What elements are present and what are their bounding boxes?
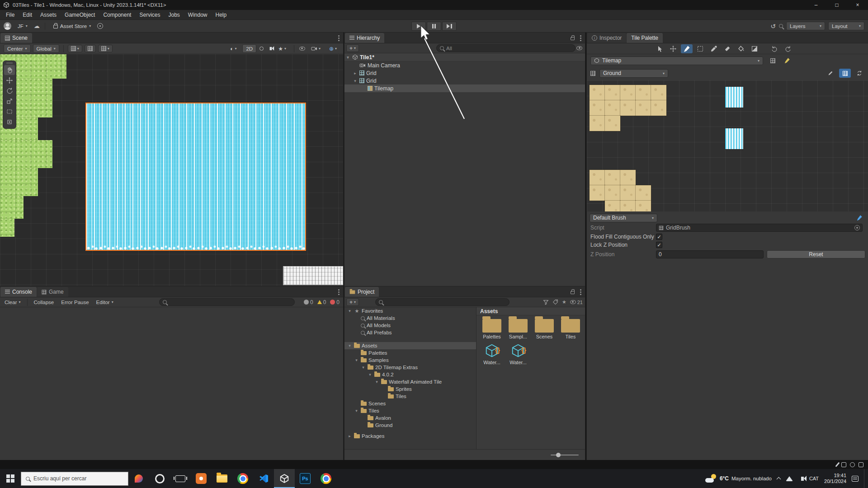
snap-settings-icon[interactable]: ▾: [98, 45, 113, 52]
tab-tile-palette[interactable]: Tile Palette: [627, 33, 663, 43]
palette-tile-sand[interactable]: [605, 170, 620, 185]
asset-store-button[interactable]: Asset Store▾: [50, 22, 94, 30]
rotate-right-icon[interactable]: [782, 44, 794, 53]
chevron-right-icon[interactable]: ▸: [353, 71, 358, 75]
console-search-input[interactable]: [159, 298, 295, 306]
project-tree-item[interactable]: Scenes: [344, 400, 476, 407]
console-options-icon[interactable]: [338, 291, 340, 293]
edit-palette-icon[interactable]: [781, 56, 793, 65]
chevron-down-icon[interactable]: ▾: [361, 365, 366, 370]
menu-help[interactable]: Help: [212, 10, 231, 19]
tab-inspector[interactable]: Inspector: [587, 33, 626, 43]
ring-app-icon[interactable]: [149, 469, 170, 488]
waterfall-tilemap-selection[interactable]: [85, 103, 306, 251]
object-picker-icon[interactable]: [854, 225, 860, 230]
palette-tile-sand[interactable]: [620, 85, 636, 100]
project-tree-item[interactable]: ▾4.0.2: [344, 371, 476, 378]
snap-icon[interactable]: [85, 45, 96, 52]
task-view-icon[interactable]: [170, 469, 191, 488]
hidden-packages-count[interactable]: 21: [570, 300, 583, 305]
palette-grid[interactable]: [587, 80, 868, 211]
vscode-icon[interactable]: [253, 469, 274, 488]
volume-icon[interactable]: [798, 477, 804, 481]
palette-tile-sand[interactable]: [620, 170, 636, 185]
overlay-drag-handle[interactable]: [6, 62, 13, 64]
edit-pencil-icon[interactable]: [825, 69, 836, 78]
target-icon[interactable]: [97, 23, 103, 29]
active-tilemap-dropdown[interactable]: Tilemap▾: [590, 56, 763, 65]
palette-tile-sand[interactable]: [605, 185, 620, 201]
project-tree-item[interactable]: ▾Waterfall Animated Tile: [344, 378, 476, 385]
brush-dropdown[interactable]: Default Brush▾: [590, 214, 657, 222]
tray-expand-chevron-icon[interactable]: [777, 476, 780, 481]
palette-tile-sand[interactable]: [605, 116, 620, 131]
chrome-profile-icon[interactable]: [316, 469, 336, 488]
search-icon[interactable]: [779, 24, 783, 28]
menu-file[interactable]: File: [2, 10, 19, 19]
language-indicator[interactable]: CAT: [809, 476, 819, 481]
palette-tile-water[interactable]: [725, 87, 743, 108]
step-button[interactable]: [442, 22, 457, 31]
scene-visibility-icon[interactable]: [299, 47, 305, 51]
error-count-badge[interactable]: 0: [330, 299, 340, 305]
palette-tile-sand[interactable]: [636, 201, 651, 211]
chevron-right-icon[interactable]: ▸: [347, 434, 352, 438]
hierarchy-search-input[interactable]: All: [436, 44, 576, 52]
touch-keyboard-icon[interactable]: [841, 462, 846, 467]
new-tilemap-icon[interactable]: [767, 56, 778, 65]
palette-tile-sand[interactable]: [605, 201, 620, 211]
project-tree-item[interactable]: ▾2D Tilemap Extras: [344, 364, 476, 371]
tablet-mode-icon[interactable]: [859, 462, 863, 467]
notification-center-icon[interactable]: [852, 476, 859, 482]
search-highlights-icon[interactable]: [128, 469, 149, 488]
chrome-icon[interactable]: [232, 469, 253, 488]
close-icon[interactable]: ×: [847, 0, 868, 10]
scene-lighting-icon[interactable]: [259, 47, 264, 51]
refresh-icon[interactable]: [854, 69, 865, 78]
palette-tile-sand[interactable]: [651, 85, 666, 100]
orientation-dropdown[interactable]: Global▾: [33, 44, 59, 53]
info-count-badge[interactable]: 0: [304, 299, 313, 305]
box-tool-icon[interactable]: [749, 44, 760, 53]
asset-item-folder[interactable]: Palettes: [479, 319, 505, 339]
palette-grid-icon[interactable]: [839, 69, 851, 78]
menu-services[interactable]: Services: [135, 10, 164, 19]
warning-count-badge[interactable]: 0: [317, 299, 326, 305]
lock-icon[interactable]: [571, 37, 575, 40]
screen-clip-icon[interactable]: [850, 462, 855, 467]
orange-app-icon[interactable]: [191, 469, 212, 488]
z-position-field[interactable]: 0: [656, 250, 764, 258]
rotate-left-icon[interactable]: [769, 44, 780, 53]
project-tree-item[interactable]: Tiles: [344, 393, 476, 400]
transform-tool-button[interactable]: [4, 117, 15, 127]
collapse-button[interactable]: Collapse: [31, 299, 57, 306]
cloud-icon[interactable]: ☁: [34, 23, 40, 29]
scene-picking-icon[interactable]: [576, 46, 582, 50]
project-tree-item[interactable]: All Materials: [344, 314, 476, 322]
chevron-down-icon[interactable]: ▾: [345, 55, 350, 60]
chevron-down-icon[interactable]: ▾: [347, 343, 352, 348]
unity-app-icon[interactable]: [274, 469, 295, 488]
lock-icon[interactable]: [571, 291, 575, 294]
console-log-area[interactable]: [0, 307, 343, 460]
menu-component[interactable]: Component: [99, 10, 135, 19]
show-desktop-button[interactable]: [864, 469, 866, 488]
project-tree-item[interactable]: Palettes: [344, 349, 476, 357]
paint-brush-tool-icon[interactable]: [681, 44, 693, 53]
pivot-dropdown[interactable]: Center▾: [4, 44, 31, 53]
script-field[interactable]: GridBrush: [656, 224, 863, 232]
palette-tile-sand[interactable]: [620, 100, 636, 116]
clear-button[interactable]: Clear▾: [2, 299, 24, 306]
gizmos-dropdown-icon[interactable]: ⊕▾: [326, 45, 340, 52]
asset-item-folder[interactable]: Sampl...: [505, 319, 531, 339]
grid-visibility-icon[interactable]: ▾: [68, 45, 82, 52]
flood-fill-checkbox[interactable]: [656, 234, 662, 240]
taskbar-search-input[interactable]: Escriu aquí per cercar: [21, 472, 128, 486]
project-tree-item[interactable]: Avalon: [344, 414, 476, 422]
project-search-input[interactable]: [375, 298, 509, 306]
hierarchy-row-scene[interactable]: ▾ Tile1*: [344, 53, 585, 61]
lock-z-checkbox[interactable]: [656, 242, 662, 248]
palette-tile-sand[interactable]: [636, 100, 651, 116]
project-tree-item[interactable]: All Prefabs: [344, 329, 476, 336]
eyedropper-tool-icon[interactable]: [708, 44, 720, 53]
